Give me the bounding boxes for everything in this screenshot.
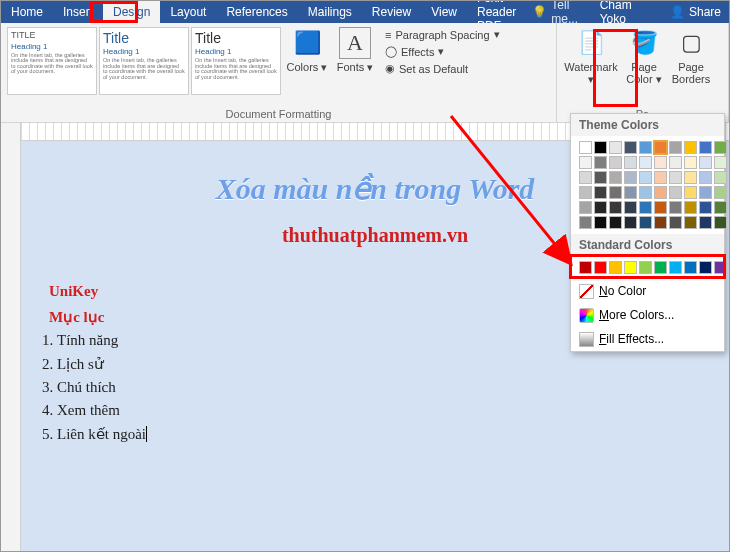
color-swatch[interactable] xyxy=(624,171,637,184)
color-swatch[interactable] xyxy=(699,156,712,169)
highlight-page-color xyxy=(593,29,638,107)
color-swatch[interactable] xyxy=(669,201,682,214)
color-swatch[interactable] xyxy=(699,186,712,199)
color-swatch[interactable] xyxy=(639,216,652,229)
color-swatch[interactable] xyxy=(699,141,712,154)
color-swatch[interactable] xyxy=(714,216,727,229)
color-swatch[interactable] xyxy=(594,186,607,199)
page-borders-icon: ▢ xyxy=(675,27,707,59)
color-swatch[interactable] xyxy=(654,141,667,154)
highlight-design-tab xyxy=(90,1,138,23)
share-button[interactable]: 👤Share xyxy=(662,5,729,19)
color-swatch[interactable] xyxy=(609,216,622,229)
color-swatch[interactable] xyxy=(669,141,682,154)
tab-home[interactable]: Home xyxy=(1,1,53,23)
fonts-icon: A xyxy=(339,27,371,59)
paragraph-spacing-button[interactable]: ≡Paragraph Spacing ▾ xyxy=(381,27,504,42)
color-swatch[interactable] xyxy=(609,171,622,184)
color-swatch[interactable] xyxy=(699,216,712,229)
color-swatch[interactable] xyxy=(579,201,592,214)
color-swatch[interactable] xyxy=(594,171,607,184)
color-swatch[interactable] xyxy=(624,201,637,214)
color-swatch[interactable] xyxy=(714,186,727,199)
color-swatch[interactable] xyxy=(639,156,652,169)
color-swatch[interactable] xyxy=(654,186,667,199)
color-swatch[interactable] xyxy=(654,201,667,214)
chevron-down-icon: ▾ xyxy=(364,61,373,73)
set-default-icon: ◉ xyxy=(385,62,395,75)
page-color-dropdown: Theme Colors Standard Colors No Color Mo… xyxy=(570,113,725,352)
page-borders-button[interactable]: ▢Page Borders xyxy=(669,27,713,85)
color-swatch[interactable] xyxy=(684,186,697,199)
doc-formatting-gallery[interactable]: TITLEHeading 1On the Insert tab, the gal… xyxy=(7,27,281,95)
color-swatch[interactable] xyxy=(669,186,682,199)
color-swatch[interactable] xyxy=(579,186,592,199)
color-swatch[interactable] xyxy=(594,216,607,229)
chevron-down-icon: ▾ xyxy=(318,61,327,73)
tab-mailings[interactable]: Mailings xyxy=(298,1,362,23)
color-swatch[interactable] xyxy=(579,156,592,169)
toc-item: Xem thêm xyxy=(57,402,701,419)
color-swatch[interactable] xyxy=(579,171,592,184)
more-colors-item[interactable]: More Colors... xyxy=(571,303,724,327)
chevron-down-icon: ▾ xyxy=(653,73,662,85)
share-icon: 👤 xyxy=(670,5,685,19)
color-swatch[interactable] xyxy=(684,141,697,154)
tab-layout[interactable]: Layout xyxy=(160,1,216,23)
color-swatch[interactable] xyxy=(684,156,697,169)
effects-icon: ◯ xyxy=(385,45,397,58)
color-swatch[interactable] xyxy=(624,156,637,169)
color-swatch[interactable] xyxy=(639,171,652,184)
color-swatch[interactable] xyxy=(684,201,697,214)
chevron-down-icon: ▾ xyxy=(494,28,500,41)
color-swatch[interactable] xyxy=(714,156,727,169)
color-swatch[interactable] xyxy=(624,186,637,199)
vertical-ruler xyxy=(1,123,21,551)
format-preset[interactable]: TITLEHeading 1On the Insert tab, the gal… xyxy=(7,27,97,95)
color-swatch[interactable] xyxy=(684,171,697,184)
standard-colors-label: Standard Colors xyxy=(571,234,724,256)
color-swatch[interactable] xyxy=(714,201,727,214)
color-swatch[interactable] xyxy=(714,141,727,154)
tab-references[interactable]: References xyxy=(216,1,297,23)
color-swatch[interactable] xyxy=(654,171,667,184)
color-swatch[interactable] xyxy=(609,186,622,199)
chevron-down-icon: ▾ xyxy=(438,45,444,58)
color-swatch[interactable] xyxy=(624,216,637,229)
color-swatch[interactable] xyxy=(654,216,667,229)
color-swatch[interactable] xyxy=(699,201,712,214)
format-preset[interactable]: TitleHeading 1On the Insert tab, the gal… xyxy=(99,27,189,95)
color-swatch[interactable] xyxy=(594,156,607,169)
color-swatch[interactable] xyxy=(594,201,607,214)
color-swatch[interactable] xyxy=(624,141,637,154)
group-label-doc-formatting: Document Formatting xyxy=(7,106,550,120)
highlight-no-color xyxy=(569,254,726,279)
toc-item: Liên kết ngoài xyxy=(57,425,701,443)
set-default-button[interactable]: ◉Set as Default xyxy=(381,61,504,76)
effects-button[interactable]: ◯Effects ▾ xyxy=(381,44,504,59)
tab-foxit-reader-pdf[interactable]: Foxit Reader PDF xyxy=(467,1,526,23)
color-swatch[interactable] xyxy=(669,216,682,229)
color-swatch[interactable] xyxy=(654,156,667,169)
color-swatch[interactable] xyxy=(579,216,592,229)
tab-review[interactable]: Review xyxy=(362,1,421,23)
format-preset[interactable]: TitleHeading 1On the Insert tab, the gal… xyxy=(191,27,281,95)
tab-view[interactable]: View xyxy=(421,1,467,23)
color-swatch[interactable] xyxy=(609,156,622,169)
color-swatch[interactable] xyxy=(714,171,727,184)
color-swatch[interactable] xyxy=(639,141,652,154)
color-swatch[interactable] xyxy=(594,141,607,154)
color-swatch[interactable] xyxy=(699,171,712,184)
color-swatch[interactable] xyxy=(639,186,652,199)
color-swatch[interactable] xyxy=(609,141,622,154)
color-swatch[interactable] xyxy=(669,156,682,169)
color-swatch[interactable] xyxy=(579,141,592,154)
fonts-button[interactable]: AFonts ▾ xyxy=(333,27,377,74)
color-swatch[interactable] xyxy=(669,171,682,184)
color-swatch[interactable] xyxy=(684,216,697,229)
color-swatch[interactable] xyxy=(609,201,622,214)
color-swatch[interactable] xyxy=(639,201,652,214)
colors-button[interactable]: 🟦Colors ▾ xyxy=(285,27,329,74)
fill-effects-item[interactable]: Fill Effects... xyxy=(571,327,724,351)
no-color-item[interactable]: No Color xyxy=(571,279,724,303)
